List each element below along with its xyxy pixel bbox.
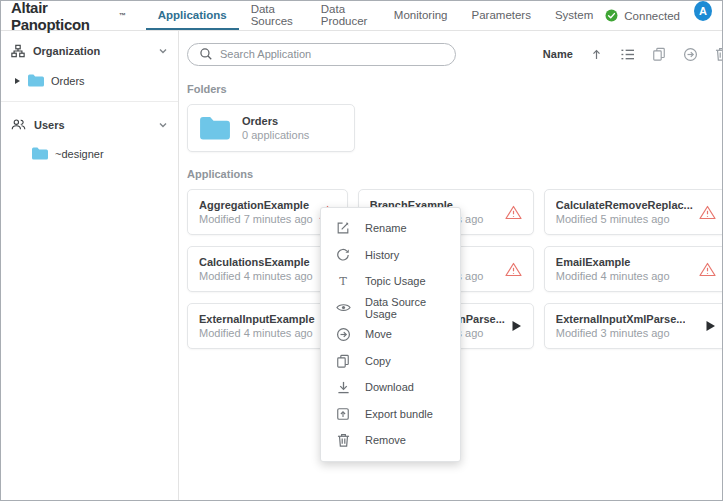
menu-item-topic-usage[interactable]: T Topic Usage <box>321 268 460 295</box>
tab-monitoring[interactable]: Monitoring <box>382 1 460 30</box>
app-modified: Modified 7 minutes ago <box>199 212 313 226</box>
search-input[interactable] <box>220 48 444 60</box>
trash-icon <box>335 433 351 447</box>
sort-ascending-icon[interactable] <box>590 48 603 61</box>
warning-icon <box>505 205 522 220</box>
menu-item-move[interactable]: Move <box>321 321 460 348</box>
connection-status: Connected <box>605 1 680 30</box>
app-modified: Modified 4 minutes ago <box>199 326 315 340</box>
applications-section-label: Applications <box>187 168 723 180</box>
chevron-down-icon[interactable] <box>158 46 168 56</box>
sidebar-section-label: Users <box>34 119 65 131</box>
app-name: AggregationExample <box>199 198 313 212</box>
sidebar: Organization Orders Users <box>1 31 179 500</box>
app-window: Altair Panopticon™ Applications Data Sou… <box>0 0 723 501</box>
sidebar-item-orders[interactable]: Orders <box>1 67 178 94</box>
app-modified: Modified 4 minutes ago <box>556 269 670 283</box>
folders-section-label: Folders <box>187 83 723 95</box>
tab-data-producer[interactable]: Data Producer <box>309 1 382 30</box>
warning-icon <box>699 205 716 220</box>
app-modified: Modified 3 minutes ago <box>556 326 686 340</box>
rename-icon <box>335 221 351 235</box>
warning-icon <box>505 262 522 277</box>
main-nav: Applications Data Sources Data Producer … <box>146 1 606 30</box>
history-icon <box>335 248 351 262</box>
chevron-down-icon[interactable] <box>158 120 168 130</box>
menu-item-remove[interactable]: Remove <box>321 427 460 454</box>
move-icon <box>335 327 351 342</box>
tree-item-label: Orders <box>51 75 85 87</box>
menu-item-export-bundle[interactable]: Export bundle <box>321 401 460 428</box>
tab-applications[interactable]: Applications <box>146 1 239 30</box>
app-card[interactable]: CalculateRemoveReplac...Modified 5 minut… <box>544 189 723 235</box>
move-icon[interactable] <box>683 47 698 62</box>
sidebar-section-label: Organization <box>33 45 100 57</box>
top-bar: Altair Panopticon™ Applications Data Sou… <box>1 1 722 31</box>
sidebar-section-users[interactable]: Users <box>1 109 178 140</box>
folder-icon <box>198 114 232 142</box>
app-name: ExternalInputXmlParse... <box>556 312 686 326</box>
sort-by-name-button[interactable]: Name <box>543 48 573 60</box>
menu-item-copy[interactable]: Copy <box>321 348 460 375</box>
menu-item-download[interactable]: Download <box>321 374 460 401</box>
copy-icon[interactable] <box>652 47 666 61</box>
caret-right-icon[interactable] <box>13 77 21 85</box>
menu-item-history[interactable]: History <box>321 242 460 269</box>
menu-item-rename[interactable]: Rename <box>321 215 460 242</box>
users-icon <box>11 118 26 131</box>
play-icon[interactable] <box>705 320 716 332</box>
toolbar: Name <box>187 41 723 67</box>
context-menu: Rename History T Topic Usage Data Source… <box>320 207 461 462</box>
copy-icon <box>335 354 351 368</box>
folder-count: 0 applications <box>242 129 309 141</box>
app-name: EmailExample <box>556 255 670 269</box>
app-card[interactable]: EmailExampleModified 4 minutes ago <box>544 246 723 292</box>
sidebar-item-designer[interactable]: ~designer <box>1 140 178 167</box>
trademark: ™ <box>119 12 126 19</box>
app-card[interactable]: ExternalInputXmlParse...Modified 3 minut… <box>544 303 723 349</box>
avatar[interactable]: A <box>694 1 712 21</box>
download-icon <box>335 381 351 394</box>
organization-icon <box>11 44 25 58</box>
warning-icon <box>699 262 716 277</box>
folder-icon <box>31 146 49 161</box>
search-box[interactable] <box>187 43 456 66</box>
tab-data-sources[interactable]: Data Sources <box>239 1 309 30</box>
folder-icon <box>27 73 45 88</box>
folder-name: Orders <box>242 115 309 127</box>
topic-usage-icon: T <box>335 274 351 288</box>
connected-label: Connected <box>624 10 680 22</box>
toolbar-actions: Name <box>543 47 723 62</box>
connected-check-icon <box>605 9 618 22</box>
trash-icon[interactable] <box>715 47 723 61</box>
logo-text: Altair Panopticon <box>11 0 118 33</box>
list-view-icon[interactable] <box>620 48 635 61</box>
app-name: ExternalInputExample <box>199 312 315 326</box>
logo: Altair Panopticon™ <box>11 1 126 30</box>
sidebar-section-organization[interactable]: Organization <box>1 35 178 67</box>
search-icon <box>199 47 213 61</box>
tab-parameters[interactable]: Parameters <box>460 1 543 30</box>
tree-item-label: ~designer <box>55 148 104 160</box>
app-modified: Modified 5 minutes ago <box>556 212 693 226</box>
play-icon[interactable] <box>511 320 522 332</box>
export-bundle-icon <box>335 407 351 421</box>
sidebar-divider <box>1 101 178 102</box>
app-name: CalculationsExample <box>199 255 313 269</box>
main-content: Name <box>179 31 723 500</box>
menu-item-data-source-usage[interactable]: Data Source Usage <box>321 295 460 322</box>
svg-text:T: T <box>339 274 347 288</box>
tab-system[interactable]: System <box>543 1 605 30</box>
app-modified: Modified 4 minutes ago <box>199 269 313 283</box>
folder-card-orders[interactable]: Orders 0 applications <box>187 104 355 152</box>
eye-icon <box>335 302 351 313</box>
app-name: CalculateRemoveReplac... <box>556 198 693 212</box>
